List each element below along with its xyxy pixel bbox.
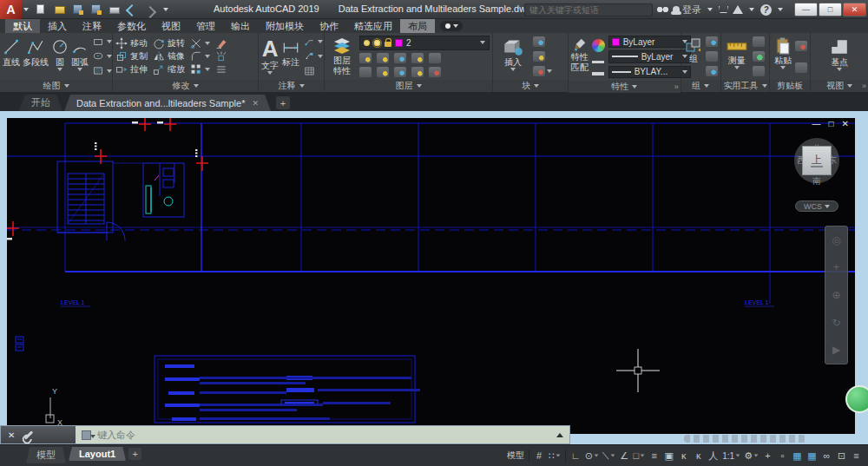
open-file-button[interactable] (52, 3, 68, 16)
layer-freeze-tool[interactable] (394, 53, 406, 63)
units-icon[interactable]: ▫ (775, 448, 790, 464)
panel-title-layers[interactable]: 图层 (325, 80, 492, 92)
layer-lock-tool[interactable] (411, 53, 424, 63)
grid-display-icon[interactable]: # (532, 448, 547, 464)
orbit-icon[interactable]: ↻ (832, 317, 840, 329)
rectangle-tool[interactable] (91, 36, 112, 48)
ribbon-tab-parametric[interactable]: 参数化 (109, 19, 154, 33)
view-dialog-launcher[interactable]: » (862, 82, 866, 90)
circle-tool[interactable]: 圆 (51, 35, 69, 78)
hatch-tool[interactable] (91, 65, 112, 76)
autoscale-icon[interactable]: 人 (706, 448, 720, 464)
arc-caret-icon[interactable] (77, 68, 82, 71)
command-history-caret-icon[interactable] (556, 433, 563, 437)
command-line-grip[interactable]: ✕ (1, 426, 76, 443)
linetype-list-icon[interactable] (592, 72, 604, 75)
ungroup-tool[interactable] (706, 36, 718, 47)
viewcube-south-label[interactable]: 南 (812, 175, 821, 187)
wcs-dropdown[interactable]: WCS (795, 200, 838, 212)
ortho-icon[interactable]: ∟ (569, 448, 583, 464)
modify-more-tool[interactable] (215, 63, 227, 75)
save-as-button[interactable] (89, 3, 104, 16)
line-tool[interactable]: 直线 (3, 35, 20, 78)
drawing-close-button[interactable]: ✕ (842, 120, 849, 128)
erase-tool[interactable] (215, 37, 227, 49)
annotation-scale[interactable]: 1:1 (720, 448, 742, 464)
circle-caret-icon[interactable] (57, 68, 62, 71)
new-file-button[interactable] (34, 3, 49, 16)
panel-title-draw[interactable]: 绘图 (0, 80, 112, 92)
dimension-tool[interactable]: 标注 (281, 35, 300, 78)
ribbon-tab-annotate[interactable]: 注释 (75, 19, 109, 33)
rotate-tool[interactable]: 旋转 (153, 37, 185, 49)
lineweight-icon[interactable]: ≡ (647, 448, 661, 464)
layer-unlock-tool[interactable] (411, 67, 424, 77)
ribbon-display-toggle[interactable] (440, 21, 463, 31)
plot-button[interactable] (107, 3, 122, 16)
lineweight-dropdown[interactable]: ByLayer (608, 50, 691, 62)
insert-caret-icon[interactable] (510, 68, 516, 71)
group-edit-tool[interactable] (706, 51, 718, 62)
osnap-icon[interactable]: □ (632, 448, 648, 464)
panel-title-modify[interactable]: 修改 (113, 80, 258, 92)
otrack-icon[interactable]: ∠ (617, 448, 632, 464)
fullscreen-icon[interactable]: ⊡ (834, 448, 849, 464)
graphics-performance-icon[interactable]: ▦ (790, 448, 805, 464)
paste-caret-icon[interactable] (780, 66, 786, 69)
ribbon-tab-manage[interactable]: 管理 (188, 19, 223, 33)
leader-tool[interactable] (303, 36, 323, 47)
layer-match-tool[interactable] (429, 53, 441, 63)
navigation-bar[interactable]: ◎ + ⊕ ↻ ▶ (825, 226, 848, 364)
transparency-icon[interactable]: ▣ (661, 448, 676, 464)
table-tool[interactable] (303, 66, 323, 76)
qat-customize-caret-icon[interactable] (163, 8, 168, 11)
new-layout-button[interactable]: + (128, 448, 141, 460)
arc-tool[interactable]: 圆弧 (71, 35, 89, 78)
isodraft-icon[interactable]: ⟍ (601, 448, 617, 464)
customization-gear-icon[interactable]: ⚙ (742, 448, 760, 464)
help-caret-icon[interactable] (778, 8, 783, 11)
quick-calc-tool[interactable] (753, 66, 765, 76)
close-button[interactable]: ✕ (843, 3, 866, 16)
ribbon-tab-addins[interactable]: 附加模块 (258, 19, 312, 33)
text-caret-icon[interactable] (267, 71, 273, 75)
pan-icon[interactable]: + (833, 261, 839, 273)
color-wheel-icon[interactable] (592, 39, 605, 52)
panel-title-view[interactable]: 视图» (811, 80, 868, 92)
layer-thaw-all-tool[interactable] (394, 67, 406, 77)
layer-off-tool[interactable] (359, 53, 372, 63)
geolocation-icon[interactable]: ∞ (819, 448, 834, 464)
layer-lock-icon[interactable] (385, 42, 391, 47)
app-logo[interactable]: A (0, 0, 22, 19)
drawing-minimize-button[interactable]: — (812, 120, 821, 128)
plus-icon[interactable]: + (760, 448, 775, 464)
wrench-icon[interactable] (24, 430, 34, 440)
explode-tool[interactable] (215, 50, 227, 62)
annotation-visibility-icon[interactable]: κ (691, 448, 706, 464)
mleader-tool[interactable] (303, 51, 323, 62)
document-tab-close-icon[interactable]: ✕ (252, 99, 259, 108)
zoom-icon[interactable]: ⊕ (832, 289, 840, 301)
lineweight-list-icon[interactable] (592, 61, 604, 63)
app-store-button[interactable] (719, 6, 728, 13)
ribbon-tab-home[interactable]: 默认 (5, 19, 40, 33)
layer-properties-tool[interactable]: 图层 特性 (327, 35, 357, 78)
ribbon-tab-layout[interactable]: 布局 (400, 19, 435, 33)
signin-caret-icon[interactable] (707, 8, 713, 11)
ribbon-tab-collaborate[interactable]: 协作 (312, 19, 346, 33)
layout1-tab[interactable]: Layout1 (69, 447, 126, 461)
ribbon-tab-view[interactable]: 视图 (154, 19, 188, 33)
app-caret-icon[interactable] (749, 8, 754, 11)
trim-tool[interactable] (190, 37, 210, 49)
define-attributes-tool[interactable] (533, 51, 545, 62)
panel-title-utilities[interactable]: 实用工具 (721, 80, 770, 92)
model-tab[interactable]: 模型 (26, 447, 66, 463)
layer-current-tool[interactable] (429, 67, 441, 77)
layer-thaw-sun-icon[interactable] (373, 39, 381, 47)
selection-cycling-icon[interactable]: κ (676, 448, 691, 464)
panel-title-block[interactable]: 块 (493, 80, 568, 92)
layer-isolate-tool[interactable] (377, 53, 389, 63)
redo-button[interactable] (143, 3, 159, 16)
group-selection-tool[interactable] (706, 66, 718, 76)
signin-button[interactable]: 登录 (673, 3, 701, 16)
